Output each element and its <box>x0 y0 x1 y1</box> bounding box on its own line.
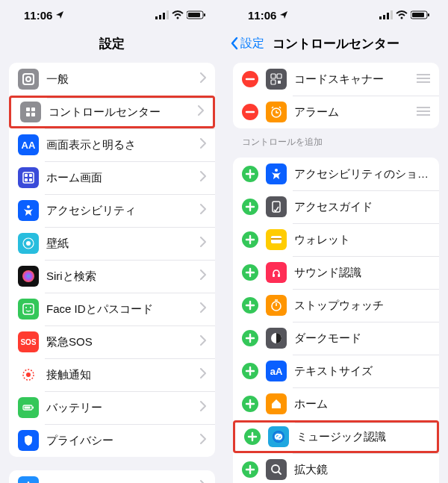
more-row-access[interactable]: アクセシビリティのショートカ… <box>233 158 439 190</box>
svg-rect-67 <box>417 110 430 112</box>
svg-rect-58 <box>391 10 393 19</box>
svg-rect-57 <box>387 13 389 19</box>
chevron-right-icon <box>200 269 206 283</box>
included-controls-group: コードスキャナー アラーム <box>233 63 439 128</box>
sound-icon <box>266 262 287 283</box>
add-button[interactable] <box>244 429 261 445</box>
wallet2-icon <box>266 229 287 250</box>
control-center-screen: 11:06 設定 コントロールセンター コードスキャナー アラーム コントロール… <box>224 0 448 483</box>
sos-icon <box>18 331 39 352</box>
more-row-homeapp[interactable]: ホーム <box>233 387 439 420</box>
row-label: 接触通知 <box>46 368 200 382</box>
signal-icon <box>379 10 393 19</box>
wifi-icon <box>396 10 408 19</box>
svg-rect-68 <box>417 114 430 116</box>
add-button[interactable] <box>242 166 258 182</box>
settings-row-display[interactable]: 画面表示と明るさ <box>9 128 215 161</box>
guide-icon <box>266 196 287 217</box>
settings-row-battery[interactable]: バッテリー <box>9 391 215 424</box>
row-label: バッテリー <box>46 401 200 415</box>
homeapp-icon <box>266 393 287 414</box>
more-row-wallet2[interactable]: ウォレット <box>233 223 439 256</box>
drag-handle-icon[interactable] <box>417 72 430 86</box>
battery-icon <box>187 10 206 19</box>
navbar: 設定 <box>0 30 224 57</box>
add-button[interactable] <box>242 231 258 248</box>
drag-handle-icon[interactable] <box>417 105 430 119</box>
more-row-shazam[interactable]: ミュージック認識 <box>233 420 439 453</box>
more-row-dark[interactable]: ダークモード <box>233 322 439 355</box>
row-label: アクセスガイド <box>294 200 430 214</box>
location-icon <box>279 10 288 19</box>
remove-button[interactable] <box>242 71 258 87</box>
settings-row-access[interactable]: アクセシビリティ <box>9 194 215 227</box>
access-icon <box>18 200 39 221</box>
chevron-right-icon <box>200 204 206 217</box>
status-time: 11:06 <box>24 9 52 22</box>
alarm-icon <box>266 102 287 122</box>
text-icon <box>266 361 287 381</box>
included-row-qr[interactable]: コードスキャナー <box>233 63 439 96</box>
add-button[interactable] <box>242 363 258 379</box>
add-button[interactable] <box>242 264 258 281</box>
row-label: ミュージック認識 <box>296 430 428 444</box>
settings-row-wallpaper[interactable]: 壁紙 <box>9 227 215 260</box>
settings-group-store: App Store ウォレットとApple Pay <box>9 470 215 483</box>
more-row-guide[interactable]: アクセスガイド <box>233 190 439 223</box>
battery-icon <box>411 10 430 19</box>
row-label: テキストサイズ <box>294 364 430 378</box>
chevron-right-icon <box>198 105 204 119</box>
privacy-icon <box>18 430 39 451</box>
control-center-content[interactable]: コードスキャナー アラーム コントロールを追加 アクセシビリティのショートカ… … <box>224 57 448 483</box>
included-row-alarm[interactable]: アラーム <box>233 96 439 128</box>
settings-row-sos[interactable]: 緊急SOS <box>9 325 215 358</box>
settings-row-siri[interactable]: Siriと検索 <box>9 260 215 293</box>
signal-icon <box>155 10 169 19</box>
more-row-sound[interactable]: サウンド認識 <box>233 256 439 289</box>
chevron-right-icon <box>200 138 206 152</box>
svg-rect-64 <box>417 78 430 79</box>
svg-rect-49 <box>163 13 165 19</box>
more-row-magnifier[interactable]: 拡大鏡 <box>233 453 439 483</box>
settings-row-appstore[interactable]: App Store <box>9 470 215 483</box>
row-label: Face IDとパスコード <box>46 302 200 317</box>
remove-button[interactable] <box>242 104 258 120</box>
wifi-icon <box>172 10 184 19</box>
more-row-stopwatch[interactable]: ストップウォッチ <box>233 289 439 322</box>
row-label: プライバシー <box>46 434 200 448</box>
back-label: 設定 <box>240 36 264 52</box>
settings-row-home[interactable]: ホーム画面 <box>9 161 215 194</box>
svg-rect-50 <box>167 10 169 19</box>
add-button[interactable] <box>242 461 258 478</box>
row-label: 拡大鏡 <box>294 463 430 477</box>
stopwatch-icon <box>266 295 287 316</box>
svg-rect-54 <box>188 13 200 17</box>
add-button[interactable] <box>242 396 258 412</box>
back-button[interactable]: 設定 <box>230 36 264 52</box>
settings-row-control[interactable]: コントロールセンター <box>9 96 215 128</box>
status-bar: 11:06 <box>0 0 224 30</box>
settings-row-general[interactable]: 一般 <box>9 63 215 96</box>
settings-row-privacy[interactable]: プライバシー <box>9 424 215 457</box>
add-button[interactable] <box>242 330 258 346</box>
appstore-icon <box>18 476 39 483</box>
row-label: アクセシビリティ <box>46 204 200 218</box>
exposure-icon <box>18 364 39 385</box>
svg-point-51 <box>177 17 179 19</box>
settings-group-main: 一般 コントロールセンター 画面表示と明るさ ホーム画面 アクセシビリティ 壁紙… <box>9 63 215 457</box>
home-icon <box>18 167 39 188</box>
more-row-text[interactable]: テキストサイズ <box>233 355 439 387</box>
more-controls-group: アクセシビリティのショートカ… アクセスガイド ウォレット サウンド認識 ストッ… <box>233 158 439 483</box>
settings-row-faceid[interactable]: Face IDとパスコード <box>9 293 215 325</box>
chevron-right-icon <box>200 401 206 414</box>
chevron-right-icon <box>200 72 206 86</box>
chevron-right-icon <box>200 335 206 349</box>
add-button[interactable] <box>242 199 258 215</box>
status-bar: 11:06 <box>224 0 448 30</box>
row-label: ダークモード <box>294 331 430 346</box>
display-icon <box>18 134 39 155</box>
settings-content[interactable]: 一般 コントロールセンター 画面表示と明るさ ホーム画面 アクセシビリティ 壁紙… <box>0 57 224 483</box>
row-label: 画面表示と明るさ <box>46 138 200 152</box>
settings-row-exposure[interactable]: 接触通知 <box>9 358 215 391</box>
add-button[interactable] <box>242 297 258 314</box>
